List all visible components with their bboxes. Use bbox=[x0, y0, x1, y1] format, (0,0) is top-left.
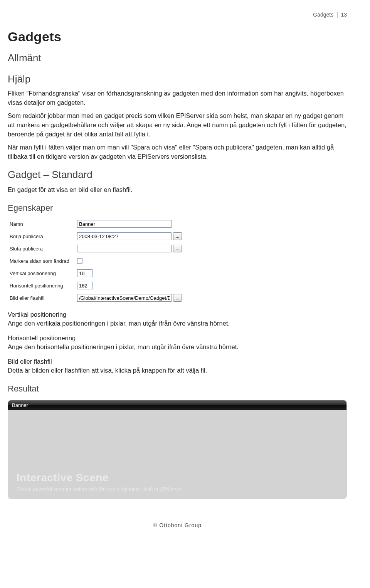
definition-term: Vertikal positionering bbox=[8, 311, 347, 318]
paragraph: Som redaktör jobbar man med en gadget pr… bbox=[8, 111, 347, 139]
text-input[interactable] bbox=[77, 269, 92, 277]
definition-desc: Ange den horisontella positioneringen i … bbox=[8, 343, 347, 352]
checkbox-input[interactable] bbox=[77, 258, 82, 264]
preview-subline: Create powerful communication with the u… bbox=[17, 486, 182, 492]
form-control bbox=[77, 269, 92, 277]
heading-gadget-standard: Gadget – Standard bbox=[8, 169, 347, 181]
paragraph: En gadget för att visa en bild eller en … bbox=[8, 185, 347, 195]
paragraph: När man fyllt i fälten väljer man om man… bbox=[8, 143, 347, 161]
footer: © Ottoboni Group bbox=[8, 522, 347, 528]
result-preview: Banner Interactive Scene Create powerful… bbox=[8, 400, 347, 499]
page-title: Gadgets bbox=[8, 29, 347, 44]
form-row: Namn bbox=[8, 218, 347, 230]
form-row: Vertikal positionering bbox=[8, 267, 347, 279]
paragraph: Fliken "Förhandsgranska" visar en förhan… bbox=[8, 89, 347, 108]
form-row: Horisontell positionering bbox=[8, 279, 347, 292]
running-header: Gadgets | 13 bbox=[8, 12, 347, 18]
form-control bbox=[77, 220, 172, 228]
text-input[interactable] bbox=[77, 294, 172, 302]
form-label: Horisontell positionering bbox=[8, 283, 77, 289]
heading-hjalp: Hjälp bbox=[8, 73, 347, 85]
definition-term: Horisontell positionering bbox=[8, 334, 347, 342]
text-input[interactable] bbox=[77, 232, 172, 240]
preview-headline: Interactive Scene bbox=[17, 472, 109, 484]
definition-term: Bild eller flashfil bbox=[8, 358, 347, 365]
form-label: Markera sidan som ändrad bbox=[8, 258, 77, 264]
definition-desc: Ange den vertikala positioneringen i pix… bbox=[8, 319, 347, 328]
browse-button[interactable]: ... bbox=[173, 294, 182, 302]
form-control: ... bbox=[77, 245, 182, 252]
runhead-section: Gadgets bbox=[313, 12, 333, 18]
heading-resultat: Resultat bbox=[8, 384, 347, 394]
heading-egenskaper: Egenskaper bbox=[8, 203, 347, 213]
runhead-page: 13 bbox=[341, 12, 347, 18]
form-label: Börja publicera bbox=[8, 234, 77, 239]
preview-titlebar: Banner bbox=[8, 400, 346, 410]
heading-allmant: Allmänt bbox=[8, 52, 347, 64]
text-input[interactable] bbox=[77, 282, 92, 289]
form-control: ... bbox=[77, 294, 182, 302]
form-label: Vertikal positionering bbox=[8, 270, 77, 276]
form-label: Bild eller flashfil bbox=[8, 295, 77, 301]
preview-canvas: Interactive Scene Create powerful commun… bbox=[8, 410, 346, 499]
form-row: Bild eller flashfil... bbox=[8, 292, 347, 304]
definition-desc: Detta är bilden eller flashfilen att vis… bbox=[8, 366, 347, 375]
form-label: Sluta publicera bbox=[8, 246, 77, 252]
properties-form: NamnBörja publicera...Sluta publicera...… bbox=[8, 218, 347, 304]
form-control: ... bbox=[77, 232, 182, 240]
form-control bbox=[77, 282, 92, 289]
form-row: Markera sidan som ändrad bbox=[8, 255, 347, 267]
form-row: Sluta publicera... bbox=[8, 242, 347, 255]
browse-button[interactable]: ... bbox=[173, 232, 182, 240]
text-input[interactable] bbox=[77, 245, 172, 252]
form-label: Namn bbox=[8, 221, 77, 227]
browse-button[interactable]: ... bbox=[173, 245, 182, 252]
text-input[interactable] bbox=[77, 220, 172, 228]
form-row: Börja publicera... bbox=[8, 230, 347, 242]
form-control bbox=[77, 258, 82, 264]
